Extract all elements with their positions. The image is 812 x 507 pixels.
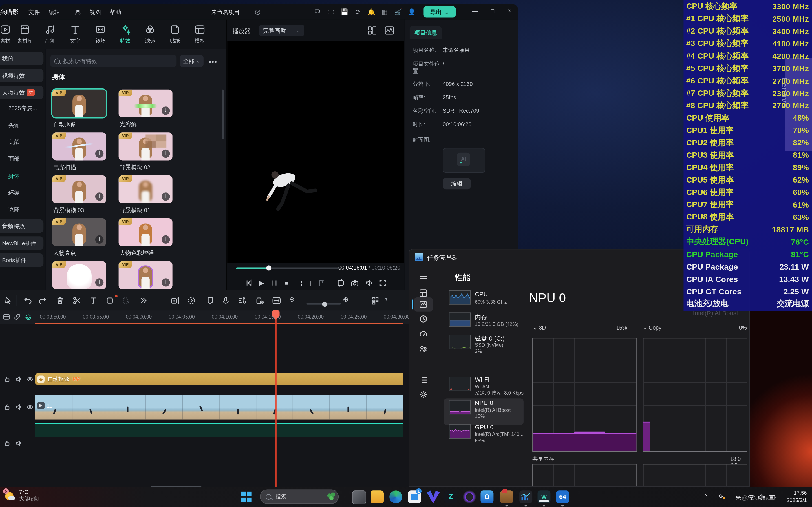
perf-entry-disk[interactable]: 磁盘 0 (C:) SSD (NVMe) 3% [444, 333, 523, 360]
menu-view[interactable]: 视图 [90, 8, 101, 16]
menu-help[interactable]: 帮助 [110, 8, 121, 16]
taskbar-app-window[interactable] [352, 490, 366, 504]
snapshot-button[interactable] [351, 279, 359, 287]
effects-scrollbar[interactable] [221, 90, 223, 139]
tab-stock-library[interactable]: 素材库 [13, 24, 36, 44]
tab-text[interactable]: 文字 [64, 24, 87, 44]
mute-icon[interactable] [15, 404, 22, 410]
track-manager-icon[interactable] [3, 314, 10, 320]
performance-icon[interactable] [419, 300, 428, 309]
npu-3d-label[interactable]: ⌄ 3D [533, 325, 546, 331]
audio-mixer-icon[interactable] [238, 296, 246, 304]
services-icon[interactable] [419, 390, 428, 399]
app-history-icon[interactable] [419, 315, 428, 323]
cover-edit-button[interactable]: 编辑 [443, 178, 470, 189]
menu-edit[interactable]: 编辑 [49, 8, 60, 16]
snap-magnet-icon[interactable] [25, 314, 32, 320]
taskbar-app-filmora[interactable]: w [538, 490, 550, 503]
tray-update-icon[interactable]: ⟳ [719, 493, 723, 500]
minimize-button[interactable]: — [470, 7, 481, 15]
sidebar-item-character-effects[interactable]: 人物特效 新 [0, 86, 43, 100]
menu-file[interactable]: 文件 [29, 8, 40, 16]
display-icon[interactable]: 🖵 [326, 7, 336, 17]
apps-grid-icon[interactable]: ▦ [380, 7, 389, 17]
mark-out-button[interactable]: } [309, 280, 311, 286]
effect-thumb-outline[interactable]: VIP ⭳ [119, 262, 172, 289]
lock-icon[interactable] [4, 440, 10, 446]
tab-filters[interactable]: 滤镜 [139, 24, 161, 44]
select-tool-icon[interactable] [4, 296, 12, 304]
sidebar-item-2025[interactable]: 2025专属... [8, 105, 37, 112]
scope-icon[interactable] [385, 26, 394, 35]
export-button[interactable]: 导出⌄ [423, 6, 456, 17]
npu-copy-label[interactable]: ⌄ Copy [643, 325, 661, 331]
tab-transition[interactable]: 转场 [89, 24, 112, 44]
sidebar-item-beauty[interactable]: 美颜 [8, 138, 19, 146]
multi-view-icon[interactable] [368, 26, 377, 35]
progress-knob[interactable] [266, 265, 271, 270]
taskbar-app-game[interactable] [500, 490, 513, 503]
effect-thumb-auto-matting[interactable]: VIP [52, 90, 106, 117]
tab-templates[interactable]: 模板 [189, 24, 211, 44]
perf-entry-cpu[interactable]: CPU 60% 3.38 GHz [444, 289, 523, 309]
taskbar-app-recorder[interactable] [463, 490, 476, 503]
sidebar-item-video-effects[interactable]: 视频特效 [0, 69, 43, 82]
sidebar-item-audio-effects[interactable]: 音频特效 [0, 219, 43, 233]
effects-filter-dropdown[interactable]: 全部⌄ [180, 55, 203, 67]
perf-entry-wifi[interactable]: Wi-Fi WLAN 发送: 0 接收: 8.0 Kbps [444, 375, 523, 402]
fit-timeline-icon[interactable] [272, 296, 281, 304]
sidebar-item-newblue[interactable]: NewBlue插件 [0, 236, 43, 250]
sync-icon[interactable]: ⟳ [353, 7, 363, 17]
perf-entry-memory[interactable]: 内存 13.2/31.5 GB (42%) [444, 311, 523, 332]
notification-icon[interactable]: 🔔 [366, 7, 376, 17]
details-icon[interactable] [419, 376, 428, 384]
track-layout-icon[interactable] [372, 296, 380, 304]
tray-clock[interactable]: 17:56 2025/3/1 [777, 490, 807, 504]
visibility-icon[interactable] [27, 376, 33, 382]
taskbar-app-v[interactable] [426, 490, 440, 503]
effect-thumb-color-enhance[interactable]: VIP ⭳ [119, 218, 172, 246]
mute-icon[interactable] [15, 440, 22, 446]
prev-frame-button[interactable] [245, 279, 253, 287]
taskbar-app-taskmanager[interactable] [519, 490, 532, 503]
zoom-in-icon[interactable]: ⊕ [343, 295, 349, 303]
effect-thumb-bg-blur-02[interactable]: VIP ⭳ [119, 132, 172, 160]
mute-icon[interactable] [15, 376, 22, 382]
perf-entry-npu[interactable]: NPU 0 Intel(R) AI Boost 15% [444, 398, 523, 425]
sidebar-item-surround[interactable]: 环绕 [8, 189, 19, 197]
more-tools-icon[interactable] [139, 296, 147, 304]
cart-icon[interactable]: 🛒 [394, 7, 403, 17]
tray-chevron-icon[interactable]: ^ [704, 493, 707, 499]
effect-thumb-silhouette[interactable]: VIP ⭳ [52, 262, 106, 289]
close-button[interactable]: × [504, 7, 515, 15]
undo-icon[interactable] [24, 296, 32, 304]
playback-quality-dropdown[interactable]: 完整画质⌄ [259, 25, 305, 36]
tab-stickers[interactable]: 贴纸 [163, 24, 186, 44]
sidebar-item-face[interactable]: 面部 [8, 155, 19, 163]
effect-thumb-character-highlight[interactable]: VIP ⭳ [52, 218, 106, 246]
start-button[interactable] [241, 492, 252, 503]
tab-audio[interactable]: 音频 [38, 24, 61, 44]
crop-preview-button[interactable] [337, 279, 345, 287]
project-info-tab[interactable]: 项目信息 [410, 26, 442, 40]
feedback-icon[interactable]: 🗨 [313, 7, 322, 17]
render-flag-button[interactable] [318, 279, 325, 287]
taskbar-weather[interactable]: 5 7°C 大部晴朗 [4, 489, 39, 503]
effect-clip[interactable]: ◆ 自动抠像 VIP [35, 374, 403, 385]
maximize-button[interactable]: □ [487, 7, 498, 15]
marker-icon[interactable] [206, 296, 214, 304]
taskbar-search[interactable]: 搜索 [260, 490, 339, 504]
tab-effects[interactable]: 特效 [114, 24, 137, 44]
visibility-icon[interactable] [27, 404, 33, 410]
render-preview-icon[interactable] [188, 296, 196, 304]
split-scissors-icon[interactable] [72, 296, 81, 304]
play-button[interactable]: ▶ [259, 280, 264, 286]
taskbar-app-outlook[interactable]: O [480, 490, 493, 503]
fullscreen-button[interactable] [379, 279, 387, 287]
taskbar-app-store[interactable]: 1 [408, 490, 421, 503]
sidebar-item-clone[interactable]: 克隆 [8, 206, 19, 214]
effect-thumb-electric-scan[interactable]: VIP ⭳ [52, 132, 106, 160]
taskbar-app-64[interactable]: 64 [556, 490, 569, 503]
mark-in-button[interactable]: { [301, 280, 303, 286]
account-icon[interactable]: 👤 [407, 7, 416, 17]
